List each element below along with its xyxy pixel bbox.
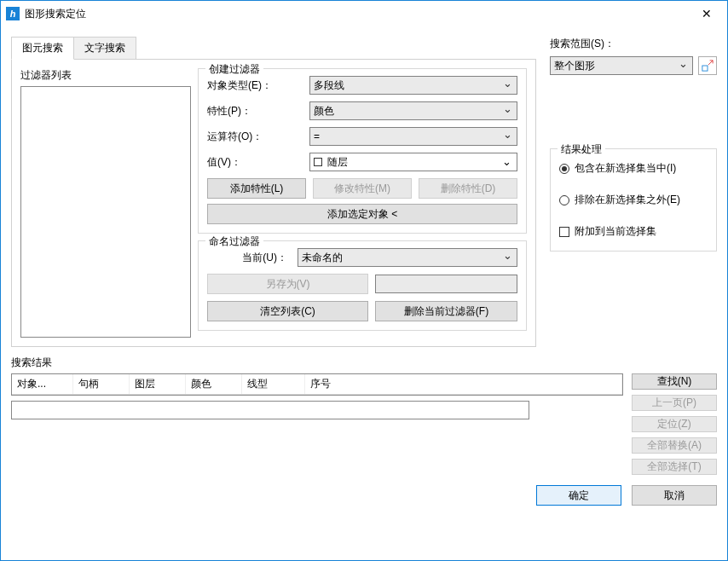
filter-list-label: 过滤器列表	[20, 68, 191, 83]
radio-icon	[559, 164, 569, 174]
value-label: 值(V)：	[207, 155, 309, 170]
dialog-window: h 图形搜索定位 ✕ 图元搜索 文字搜索 过滤器列表 创建过滤器	[0, 0, 728, 561]
delete-property-button[interactable]: 删除特性(D)	[419, 178, 517, 199]
col-handle[interactable]: 句柄	[73, 374, 130, 394]
ok-button[interactable]: 确定	[536, 485, 621, 506]
find-button[interactable]: 查找(N)	[632, 373, 717, 390]
search-scope-label: 搜索范围(S)：	[550, 37, 717, 51]
pick-objects-button[interactable]	[698, 56, 717, 75]
col-color[interactable]: 颜色	[186, 374, 242, 394]
operator-label: 运算符(O)：	[207, 130, 309, 144]
col-layer[interactable]: 图层	[130, 374, 186, 394]
current-filter-label: 当前(U)：	[207, 251, 291, 265]
dialog-footer: 确定 取消	[11, 485, 717, 506]
tab-text-search[interactable]: 文字搜索	[73, 37, 136, 59]
filter-listbox[interactable]	[20, 86, 191, 338]
object-type-select[interactable]: 多段线	[309, 76, 517, 95]
cancel-button[interactable]: 取消	[632, 485, 717, 506]
tab-strip: 图元搜索 文字搜索	[11, 37, 536, 60]
titlebar: h 图形搜索定位 ✕	[1, 1, 727, 26]
upper-left: 图元搜索 文字搜索 过滤器列表 创建过滤器 对象类型(E)：	[11, 37, 536, 347]
add-selected-objects-button[interactable]: 添加选定对象 <	[207, 204, 517, 224]
bylayer-swatch-icon	[314, 158, 322, 166]
results-grid-header: 对象... 句柄 图层 颜色 线型 序号	[12, 374, 622, 395]
client-area: 图元搜索 文字搜索 过滤器列表 创建过滤器 对象类型(E)：	[1, 26, 727, 560]
replace-all-button[interactable]: 全部替换(A)	[632, 437, 717, 454]
status-field[interactable]	[11, 401, 529, 419]
value-text: 随层	[327, 155, 348, 170]
object-type-label: 对象类型(E)：	[207, 78, 309, 93]
right-column: 搜索范围(S)： 整个图形 结果处理 包含在新选择集当中(I)	[546, 37, 717, 347]
create-filter-group: 创建过滤器 对象类型(E)： 多段线 特性(P)： 颜色	[198, 68, 527, 234]
add-property-button[interactable]: 添加特性(L)	[207, 178, 306, 199]
chevron-down-icon: ⌄	[502, 155, 511, 168]
checkbox-icon	[559, 227, 569, 237]
append-to-current-checkbox[interactable]: 附加到当前选择集	[559, 224, 708, 239]
clear-list-button[interactable]: 清空列表(C)	[207, 301, 368, 321]
search-scope-section: 搜索范围(S)： 整个图形	[550, 37, 717, 75]
upper-region: 图元搜索 文字搜索 过滤器列表 创建过滤器 对象类型(E)：	[11, 37, 717, 347]
result-handling-group: 结果处理 包含在新选择集当中(I) 排除在新选择集之外(E) 附加到当前选择集	[550, 148, 717, 252]
exclude-from-new-set-radio[interactable]: 排除在新选择集之外(E)	[559, 193, 708, 207]
filter-edit-column: 创建过滤器 对象类型(E)： 多段线 特性(P)： 颜色	[198, 68, 527, 338]
operator-select[interactable]: =	[309, 127, 517, 146]
results-grid[interactable]: 对象... 句柄 图层 颜色 线型 序号	[11, 373, 623, 396]
delete-current-filter-button[interactable]: 删除当前过滤器(F)	[375, 301, 517, 321]
radio-icon	[559, 195, 569, 205]
col-linetype[interactable]: 线型	[242, 374, 305, 394]
results-side-buttons: 查找(N) 上一页(P) 定位(Z) 全部替换(A) 全部选择(T)	[632, 373, 717, 475]
search-results-section: 搜索结果 对象... 句柄 图层 颜色 线型 序号	[11, 356, 717, 475]
app-icon: h	[6, 7, 20, 20]
property-select[interactable]: 颜色	[309, 101, 517, 120]
col-object[interactable]: 对象...	[12, 374, 73, 394]
named-filter-group: 命名过滤器 当前(U)： 未命名的 另存为(V)	[198, 240, 527, 331]
search-results-label: 搜索结果	[11, 356, 717, 370]
close-button[interactable]: ✕	[688, 2, 725, 26]
property-label: 特性(P)：	[207, 104, 309, 119]
search-scope-select[interactable]: 整个图形	[550, 56, 693, 75]
prev-page-button[interactable]: 上一页(P)	[632, 395, 717, 411]
save-as-input[interactable]	[375, 275, 517, 293]
result-handling-title: 结果处理	[558, 142, 605, 157]
svg-rect-0	[702, 66, 708, 71]
current-filter-select[interactable]: 未命名的	[298, 248, 517, 267]
window-title: 图形搜索定位	[25, 7, 688, 21]
col-index[interactable]: 序号	[305, 374, 622, 394]
locate-button[interactable]: 定位(Z)	[632, 416, 717, 432]
named-filter-title: 命名过滤器	[205, 234, 263, 249]
value-select[interactable]: 随层 ⌄	[309, 153, 517, 171]
create-filter-title: 创建过滤器	[205, 62, 263, 77]
tab-primitive-search[interactable]: 图元搜索	[11, 37, 74, 60]
filter-list-column: 过滤器列表	[20, 68, 191, 338]
tab-body: 过滤器列表 创建过滤器 对象类型(E)： 多段线	[11, 60, 536, 347]
modify-property-button[interactable]: 修改特性(M)	[313, 178, 412, 199]
select-all-button[interactable]: 全部选择(T)	[632, 459, 717, 475]
include-in-new-set-radio[interactable]: 包含在新选择集当中(I)	[559, 161, 708, 176]
save-as-button[interactable]: 另存为(V)	[207, 274, 368, 294]
pick-icon	[702, 60, 714, 72]
